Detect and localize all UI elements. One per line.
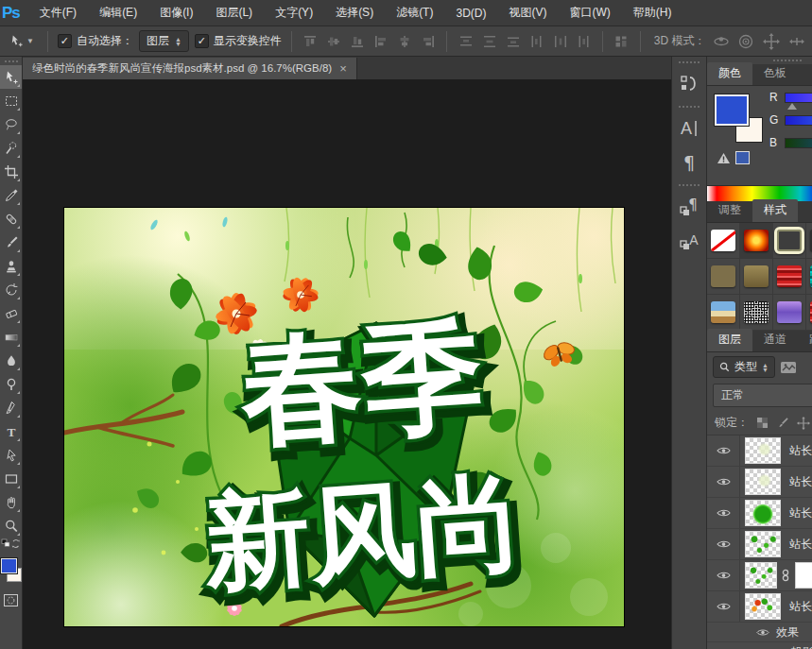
auto-align-layers-icon[interactable] — [613, 31, 631, 52]
align-vertical-centers-icon[interactable] — [325, 31, 343, 52]
rectangle-tool[interactable] — [0, 467, 22, 490]
character-panel-icon[interactable]: A — [675, 114, 703, 143]
style-red-stripes[interactable] — [773, 259, 806, 295]
lock-transparency-icon[interactable] — [756, 417, 769, 429]
style-tan-gradient[interactable] — [740, 259, 773, 295]
style-orange-glow[interactable] — [740, 223, 773, 259]
auto-select-target-select[interactable]: 图层 ▲▼ — [139, 30, 189, 52]
distribute-horizontal-centers-icon[interactable] — [551, 31, 569, 52]
quick-selection-tool[interactable] — [0, 136, 22, 160]
tab-adjustments[interactable]: 调整 — [707, 199, 752, 222]
lock-position-icon[interactable] — [797, 417, 810, 430]
3d-pan-icon[interactable] — [762, 30, 782, 53]
rectangular-marquee-tool[interactable] — [0, 89, 22, 112]
visibility-toggle[interactable] — [707, 436, 740, 466]
b-slider[interactable] — [785, 138, 812, 148]
style-landscape[interactable] — [707, 295, 740, 331]
style-purple-gradient[interactable] — [773, 295, 806, 331]
layer-name[interactable]: 站长素材 — [789, 443, 812, 459]
menu-view[interactable]: 视图(V) — [498, 0, 557, 26]
paragraph-styles-panel-icon[interactable]: ¶ — [675, 193, 703, 221]
auto-select-checkbox[interactable]: 自动选择： — [58, 33, 133, 49]
3d-roll-icon[interactable] — [736, 30, 756, 53]
layer-name[interactable]: 站长素材 — [789, 505, 812, 521]
blend-mode-select[interactable]: 正常 — [713, 384, 812, 407]
drop-shadow-row[interactable]: 投影 — [707, 642, 812, 649]
layer-comps-panel-icon[interactable] — [675, 70, 703, 98]
menu-window[interactable]: 窗口(W) — [559, 0, 620, 26]
menu-file[interactable]: 文件(F) — [29, 0, 87, 26]
align-right-edges-icon[interactable] — [419, 31, 437, 52]
type-tool[interactable]: T — [0, 419, 22, 443]
layer-row[interactable]: 站长素材 — [707, 591, 812, 623]
menu-3d[interactable]: 3D(D) — [445, 2, 496, 25]
layer-row-with-mask[interactable] — [707, 560, 812, 591]
panel-grip[interactable] — [679, 61, 700, 63]
pen-tool[interactable] — [0, 396, 22, 419]
panel-grip[interactable] — [5, 60, 18, 62]
layer-thumbnail[interactable] — [745, 500, 781, 526]
character-styles-panel-icon[interactable]: A — [675, 227, 703, 255]
align-horizontal-centers-icon[interactable] — [396, 31, 414, 52]
visibility-toggle[interactable] — [707, 591, 740, 622]
layer-thumbnail[interactable] — [745, 562, 777, 589]
tab-paths[interactable]: 路径 — [798, 329, 812, 351]
document-tab[interactable]: 绿色时尚的春季新风尚宣传海报psd素材.psd @ 16.7%(RGB/8) × — [23, 58, 357, 79]
distribute-right-edges-icon[interactable] — [575, 31, 593, 52]
layer-row[interactable]: 站长素材 — [707, 498, 812, 529]
menu-filter[interactable]: 滤镜(T) — [386, 0, 443, 26]
menu-edit[interactable]: 编辑(E) — [89, 0, 147, 26]
quick-mask-button[interactable] — [0, 589, 22, 612]
foreground-color-swatch[interactable] — [1, 558, 17, 573]
layer-row[interactable]: 站长素材 — [707, 436, 812, 467]
filter-pixel-layers-icon[interactable] — [780, 360, 797, 375]
layer-name[interactable]: 站长素材 — [789, 537, 812, 553]
hand-tool[interactable] — [0, 490, 22, 514]
menu-select[interactable]: 选择(S) — [325, 0, 384, 26]
layer-row[interactable]: 站长素材 — [707, 529, 812, 560]
style-white-frame[interactable] — [773, 223, 806, 259]
lock-pixels-icon[interactable] — [776, 417, 789, 430]
layer-thumbnail[interactable] — [745, 531, 781, 557]
layer-name[interactable]: 站长素材 — [789, 474, 812, 490]
r-slider[interactable] — [785, 93, 812, 103]
default-and-swap-colors[interactable] — [0, 538, 22, 551]
visibility-toggle[interactable] — [707, 529, 740, 559]
paragraph-panel-icon[interactable]: ¶ — [675, 148, 703, 177]
dodge-tool[interactable] — [0, 372, 22, 396]
visibility-toggle[interactable] — [707, 560, 740, 590]
tab-layers[interactable]: 图层 — [707, 329, 752, 351]
style-olive[interactable] — [707, 259, 740, 295]
tool-preset-button[interactable]: ▼ — [6, 32, 38, 50]
effects-visibility-toggle[interactable] — [756, 628, 769, 637]
eyedropper-tool[interactable] — [0, 183, 22, 207]
gradient-tool[interactable] — [0, 325, 22, 349]
style-partial-2[interactable] — [806, 259, 812, 295]
style-none[interactable] — [707, 223, 740, 259]
menu-help[interactable]: 帮助(H) — [623, 0, 682, 26]
path-selection-tool[interactable] — [0, 443, 22, 467]
3d-rotate-icon[interactable] — [712, 30, 732, 53]
layer-thumbnail[interactable] — [745, 469, 781, 495]
effects-row[interactable]: 效果 — [707, 623, 812, 642]
distribute-vertical-centers-icon[interactable] — [480, 31, 498, 52]
layer-thumbnail[interactable] — [745, 593, 781, 620]
style-partial-1[interactable] — [806, 223, 812, 259]
layer-row[interactable]: 站长素材 — [707, 467, 812, 498]
layer-mask-thumbnail[interactable] — [795, 562, 812, 589]
panel-grip[interactable] — [679, 184, 700, 186]
blur-tool[interactable] — [0, 349, 22, 372]
canvas[interactable]: 春季 春季 新风尚 新风尚 — [23, 79, 671, 649]
visibility-toggle[interactable] — [707, 467, 740, 497]
align-bottom-edges-icon[interactable] — [349, 31, 367, 52]
mask-link-icon[interactable] — [780, 569, 791, 582]
lasso-tool[interactable] — [0, 112, 22, 136]
crop-tool[interactable] — [0, 160, 22, 183]
align-left-edges-icon[interactable] — [372, 31, 390, 52]
layer-name[interactable]: 站长素材 — [789, 599, 812, 615]
zoom-tool[interactable] — [0, 514, 22, 538]
style-partial-3[interactable] — [806, 295, 812, 331]
align-top-edges-icon[interactable] — [302, 31, 320, 52]
visibility-toggle[interactable] — [707, 498, 740, 528]
tab-swatches[interactable]: 色板 — [752, 62, 798, 85]
